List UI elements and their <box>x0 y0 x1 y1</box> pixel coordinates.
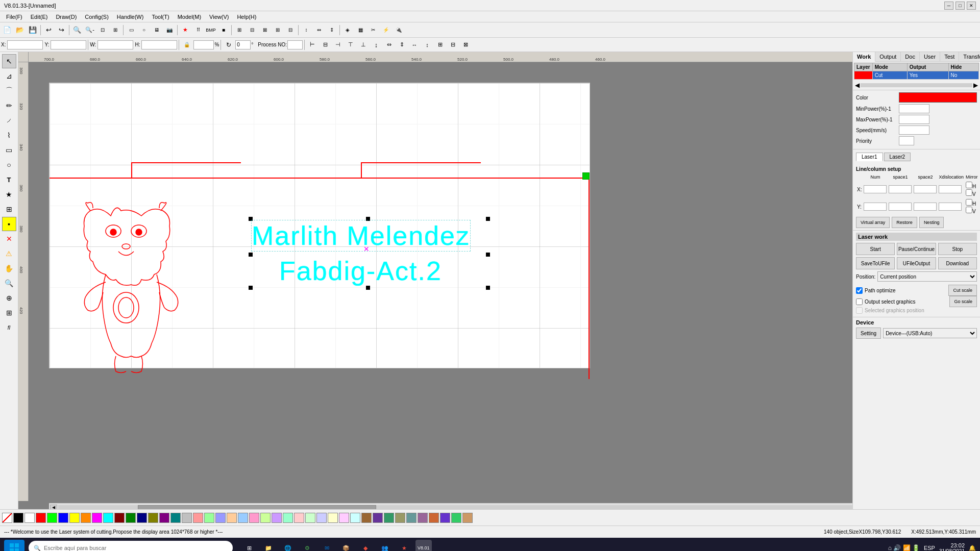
output-select-check[interactable] <box>856 298 863 305</box>
go-scale-button[interactable]: Go scale <box>949 296 977 307</box>
menu-help[interactable]: Help(H) <box>233 13 260 21</box>
align-top-button[interactable]: ⊤ <box>345 39 357 51</box>
rect-select-button[interactable]: ▭ <box>125 24 137 36</box>
color-mint[interactable] <box>283 513 293 523</box>
color-light-orange[interactable] <box>227 513 237 523</box>
color-light-green[interactable] <box>204 513 214 523</box>
pause-continue-button[interactable]: Pause/Continue <box>897 243 936 255</box>
menu-draw[interactable]: Draw(D) <box>52 13 81 21</box>
teams-button[interactable]: 👥 <box>377 540 393 551</box>
color-fill-button[interactable]: ★ <box>179 24 191 36</box>
lc-y-mirror-h-check[interactable] <box>966 199 972 206</box>
color-swatch-display[interactable] <box>899 92 977 103</box>
color-violet[interactable] <box>373 513 383 523</box>
group-button[interactable]: ⊞ <box>233 24 246 36</box>
lc-y-dis-input[interactable]: 0.000 <box>939 203 962 211</box>
chrome-button[interactable]: ⚙ <box>299 540 315 551</box>
ellipse-tool-button[interactable]: ○ <box>2 158 16 172</box>
lc-x-space2-input[interactable]: 0.000 <box>914 185 937 193</box>
w-input[interactable]: 109.798 mm <box>97 40 133 49</box>
color-emerald[interactable] <box>451 513 461 523</box>
color-cream[interactable] <box>328 513 338 523</box>
laser1-tab[interactable]: Laser1 <box>856 153 883 161</box>
stop-button[interactable]: Stop <box>938 243 977 255</box>
color-pale-cyan[interactable] <box>350 513 360 523</box>
align-middle-v-button[interactable]: ⊥ <box>357 39 370 51</box>
sort-button[interactable]: ↕ <box>300 24 312 36</box>
menu-view[interactable]: View(V) <box>205 13 233 21</box>
color-light-red[interactable] <box>193 513 203 523</box>
tab-transform[interactable]: Transform <box>959 52 980 61</box>
color-dark-red[interactable] <box>114 513 125 523</box>
star-tool-button[interactable]: ★ <box>2 187 16 202</box>
device-setting-button[interactable]: Setting <box>856 328 881 339</box>
node-edit-button[interactable]: ⊟ <box>246 24 258 36</box>
color-pale-blue[interactable] <box>316 513 327 523</box>
max-power-input[interactable]: 90.0 <box>899 115 929 124</box>
lc-x-space1-input[interactable]: 0.000 <box>889 185 912 193</box>
dropbox-button[interactable]: 📦 <box>338 540 354 551</box>
color-steel-blue[interactable] <box>406 513 416 523</box>
distribute-h-button[interactable]: ⇔ <box>383 39 395 51</box>
lc-x-num-input[interactable]: 1 <box>864 185 887 193</box>
align-page-h-button[interactable]: ⊞ <box>434 39 446 51</box>
color-pale-green[interactable] <box>305 513 315 523</box>
color-white[interactable] <box>24 513 35 523</box>
color-black[interactable] <box>13 513 23 523</box>
intersect-button[interactable]: ⊟ <box>284 24 297 36</box>
scroll-left-button[interactable]: ◀ <box>50 505 57 510</box>
y-coord-input[interactable]: 378.022 mm <box>51 40 86 49</box>
zoom-fit-button[interactable]: ⊡ <box>96 24 109 36</box>
power-button[interactable]: ⚡ <box>380 24 392 36</box>
circle-tool-button[interactable]: ○ <box>138 24 150 36</box>
color-sky-blue[interactable] <box>238 513 248 523</box>
green-handle[interactable] <box>582 172 590 180</box>
new-button[interactable]: 📄 <box>1 24 13 36</box>
lock-ratio-button[interactable]: 🔒 <box>181 39 193 51</box>
align-left-button[interactable]: ⊢ <box>306 39 318 51</box>
color-orange[interactable] <box>81 513 91 523</box>
menu-config[interactable]: Config(S) <box>81 13 112 21</box>
nesting-button[interactable]: Nesting <box>919 217 944 228</box>
color-lavender[interactable] <box>272 513 282 523</box>
align-bottom-button[interactable]: ↨ <box>370 39 382 51</box>
redo-button[interactable]: ↪ <box>55 24 67 36</box>
color-sienna[interactable] <box>429 513 439 523</box>
color-silver[interactable] <box>182 513 192 523</box>
color-olive[interactable] <box>148 513 158 523</box>
tab-test[interactable]: Test <box>940 52 959 61</box>
distribute-v-button[interactable]: ⇕ <box>396 39 408 51</box>
task-view-button[interactable]: ⊞ <box>241 540 257 551</box>
square-button[interactable]: ■ <box>217 24 230 36</box>
same-width-button[interactable]: ↔ <box>408 39 421 51</box>
laser-preview-button[interactable]: ◈ <box>341 24 354 36</box>
zoom-select-button[interactable]: ⊞ <box>109 24 121 36</box>
lc-y-mirror-v-check[interactable] <box>966 207 972 213</box>
cut-button[interactable]: ✂ <box>367 24 379 36</box>
edge-browser-button[interactable]: 🌐 <box>280 540 296 551</box>
color-tan[interactable] <box>462 513 473 523</box>
app-icon-red[interactable]: ◆ <box>357 540 374 551</box>
lc-y-num-input[interactable]: 1 <box>864 203 887 211</box>
color-dark-green[interactable] <box>126 513 136 523</box>
table-tool-button[interactable]: ⊞ <box>2 202 16 216</box>
ufile-output-button[interactable]: UFileOutput <box>897 257 936 269</box>
minimize-button[interactable]: ─ <box>944 2 953 10</box>
layer-row[interactable]: Cut Yes No <box>854 71 979 80</box>
color-dark-blue[interactable] <box>137 513 147 523</box>
panel-left-arrow[interactable]: ◀ <box>855 82 860 89</box>
color-purple[interactable] <box>159 513 169 523</box>
laser2-tab[interactable]: Laser2 <box>884 153 911 161</box>
path-optimize-check[interactable] <box>856 287 863 294</box>
align-page-v-button[interactable]: ⊟ <box>447 39 459 51</box>
lc-y-space2-input[interactable]: 0.000 <box>914 203 937 211</box>
x-coord-input[interactable]: 568.148 mm <box>7 40 43 49</box>
current-app-button[interactable]: V8.01 <box>415 540 432 551</box>
scale-input[interactable]: 100 <box>193 40 214 49</box>
fi-label-button[interactable]: fI <box>2 320 16 335</box>
bezier-tool-button[interactable]: ⌒ <box>2 84 16 98</box>
tab-output[interactable]: Output <box>875 52 901 61</box>
lc-x-mirror-v-check[interactable] <box>966 189 972 196</box>
select-tool-button[interactable]: ↖ <box>2 54 16 68</box>
color-red[interactable] <box>36 513 46 523</box>
